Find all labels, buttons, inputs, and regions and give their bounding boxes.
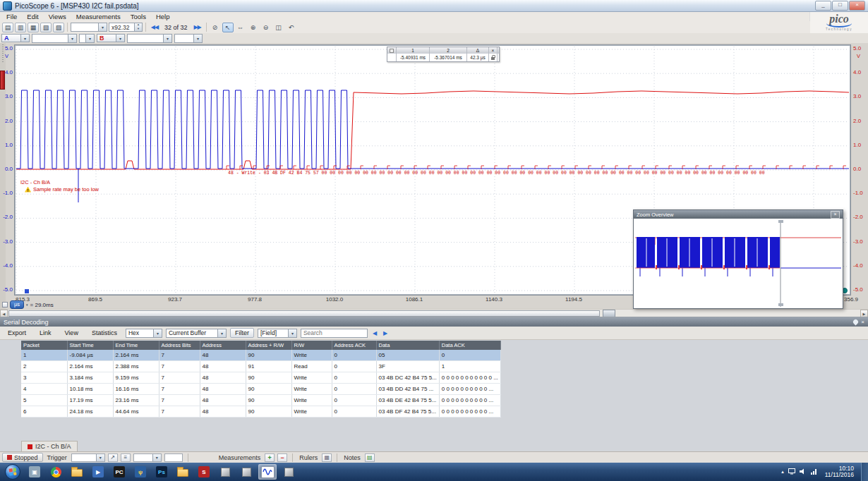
zoom-overview-titlebar[interactable]: Zoom Overview ×: [634, 210, 843, 219]
taskbar-picoscope-icon[interactable]: [258, 464, 277, 480]
volume-icon[interactable]: [800, 468, 807, 476]
pin-icon[interactable]: [852, 319, 860, 326]
grid-layout-icon[interactable]: ▦: [28, 23, 39, 32]
menu-help[interactable]: Help: [151, 13, 175, 20]
persistence-view-icon[interactable]: ▧: [40, 23, 52, 32]
taskbar-folder-icon[interactable]: [68, 464, 86, 480]
hidden-icons-chevron-icon[interactable]: ▴: [781, 469, 784, 475]
undo-zoom-icon[interactable]: ↶: [286, 23, 297, 32]
zoom-overview-window[interactable]: Zoom Overview ×: [633, 209, 843, 309]
taskbar-eda-icon[interactable]: S: [195, 464, 213, 480]
buffer-dropdown[interactable]: Current Buffer: [166, 329, 227, 338]
column-header-address-bits[interactable]: Address Bits: [159, 341, 200, 350]
link-button[interactable]: Link: [35, 328, 56, 338]
column-header-data-ack[interactable]: Data ACK: [439, 341, 500, 350]
spectrum-view-icon[interactable]: ▥: [15, 23, 26, 32]
ruler-legend-close-icon[interactable]: ×: [489, 47, 498, 54]
ruler-handle-icon[interactable]: [390, 49, 394, 53]
search-input[interactable]: [301, 329, 368, 338]
taskbar-chrome-icon[interactable]: [47, 464, 65, 480]
column-header-end-time[interactable]: End Time: [113, 341, 159, 350]
time-unit-chip[interactable]: µs: [10, 300, 24, 309]
table-row[interactable]: 22.164 ms2.388 ms74891Read03F1: [21, 361, 500, 372]
minimize-button[interactable]: _: [815, 1, 831, 11]
menu-tools[interactable]: Tools: [126, 13, 151, 20]
notes-view-icon[interactable]: ▨: [53, 23, 64, 32]
filter-button[interactable]: Filter: [230, 328, 254, 338]
column-header-r-w[interactable]: R/W: [291, 341, 332, 350]
column-header-start-time[interactable]: Start Time: [67, 341, 113, 350]
ruler-legend[interactable]: 1 2 Δ × -5.40931 ms -5.367014 ms 42.3 µs: [387, 47, 500, 62]
menu-edit[interactable]: Edit: [22, 13, 43, 20]
menu-measurements[interactable]: Measurements: [71, 13, 126, 20]
taskbar-media-player-icon[interactable]: ▶: [89, 464, 107, 480]
trigger-mode-dropdown[interactable]: [71, 453, 105, 462]
channel-a-coupling-dropdown[interactable]: [79, 34, 95, 43]
channel-b-coupling-dropdown[interactable]: [174, 34, 203, 43]
channel-a-dropdown[interactable]: A: [1, 34, 30, 42]
no-tool-icon[interactable]: ⊘: [210, 23, 221, 32]
prev-buffer-button[interactable]: ◀◀: [149, 23, 160, 32]
export-button[interactable]: Export: [3, 328, 31, 338]
taskbar-explorer-icon[interactable]: [174, 464, 192, 480]
taskbar-cad-cube1-icon[interactable]: [216, 464, 234, 480]
action-center-icon[interactable]: [788, 468, 795, 476]
table-row[interactable]: 410.18 ms16.16 ms74890Write003 4B DD 42 …: [21, 384, 500, 395]
zoom-out-icon[interactable]: ⊖: [260, 23, 272, 32]
next-buffer-button[interactable]: ▶▶: [192, 23, 203, 32]
zoom-in-icon[interactable]: ⊕: [248, 23, 259, 32]
taskbar-network-analyzer-icon[interactable]: ψ: [131, 464, 150, 480]
taskbar-pycharm-icon[interactable]: PC: [110, 464, 128, 480]
channel-b-dropdown[interactable]: B: [97, 34, 125, 42]
y-axis-left[interactable]: V 5.04.03.02.01.00.0-1.0-2.0-3.0-4.0-5.0: [0, 44, 13, 296]
table-row[interactable]: 517.19 ms23.16 ms74890Write003 4B DE 42 …: [21, 395, 500, 406]
channel-a-range-dropdown[interactable]: [32, 34, 77, 43]
column-header-address-r-w[interactable]: Address + R/W: [246, 341, 291, 350]
collection-settings-icon[interactable]: [2, 302, 8, 308]
column-header-packet[interactable]: Packet: [21, 341, 67, 350]
column-header-address-ack[interactable]: Address ACK: [332, 341, 376, 350]
network-icon[interactable]: [811, 468, 818, 476]
scrollbar-thumb[interactable]: [8, 310, 600, 317]
show-desktop-button[interactable]: [861, 463, 868, 481]
table-row[interactable]: 624.18 ms44.64 ms74890Write003 4B DF 42 …: [21, 406, 500, 418]
start-button[interactable]: [5, 464, 20, 480]
search-prev-button[interactable]: ◀: [371, 330, 378, 336]
zoom-overview-close-icon[interactable]: ×: [831, 211, 840, 219]
view-button[interactable]: View: [60, 328, 83, 338]
close-button[interactable]: ×: [849, 1, 865, 11]
decoder-tab[interactable]: I2C - Ch B/A: [21, 441, 78, 451]
taskbar-clock[interactable]: 10:10 11/11/2016: [822, 465, 857, 479]
trigger-level-input[interactable]: [164, 453, 183, 462]
table-row[interactable]: 1-9.084 µs2.164 ms74890Write0050: [21, 350, 500, 361]
table-row[interactable]: 33.184 ms9.159 ms74890Write003 4B DC 42 …: [21, 372, 500, 384]
pointer-tool-icon[interactable]: ↖: [222, 23, 234, 32]
window-zoom-icon[interactable]: ◫: [273, 23, 284, 32]
serial-panel-close-icon[interactable]: ×: [861, 319, 864, 325]
trigger-advanced-icon[interactable]: [121, 453, 131, 462]
view-select-dropdown[interactable]: [71, 23, 107, 32]
add-measurement-button[interactable]: [265, 453, 275, 462]
column-header-data[interactable]: Data: [376, 341, 439, 350]
channel-b-range-dropdown[interactable]: [127, 34, 172, 43]
zoom-overview-canvas[interactable]: [634, 219, 843, 308]
search-next-button[interactable]: ▶: [382, 330, 389, 336]
trigger-edge-icon[interactable]: [108, 453, 118, 462]
hand-tool-icon[interactable]: ⇔: [235, 23, 246, 32]
format-dropdown[interactable]: Hex: [126, 329, 162, 338]
stopped-button[interactable]: Stopped: [2, 453, 43, 462]
menu-views[interactable]: Views: [44, 13, 71, 20]
field-dropdown[interactable]: [Field]: [258, 329, 297, 338]
menu-file[interactable]: File: [1, 13, 22, 20]
zoom-spinner[interactable]: ▲▼: [134, 23, 142, 31]
lock-icon[interactable]: [489, 54, 498, 61]
taskbar-media-tool-icon[interactable]: ▣: [25, 464, 44, 480]
column-header-address[interactable]: Address: [200, 341, 246, 350]
statistics-button[interactable]: Statistics: [87, 328, 122, 338]
channel-a-offset-marker[interactable]: [25, 289, 29, 293]
taskbar-utility-icon[interactable]: [279, 464, 298, 480]
remove-measurement-button[interactable]: [277, 453, 287, 462]
chevron-down-icon[interactable]: ▾: [26, 303, 28, 307]
zoom-factor-input[interactable]: x92.32 ▲▼: [109, 23, 143, 32]
y-axis-right[interactable]: V 5.04.03.02.01.00.0-1.0-2.0-3.0-4.0-5.0: [852, 44, 865, 296]
